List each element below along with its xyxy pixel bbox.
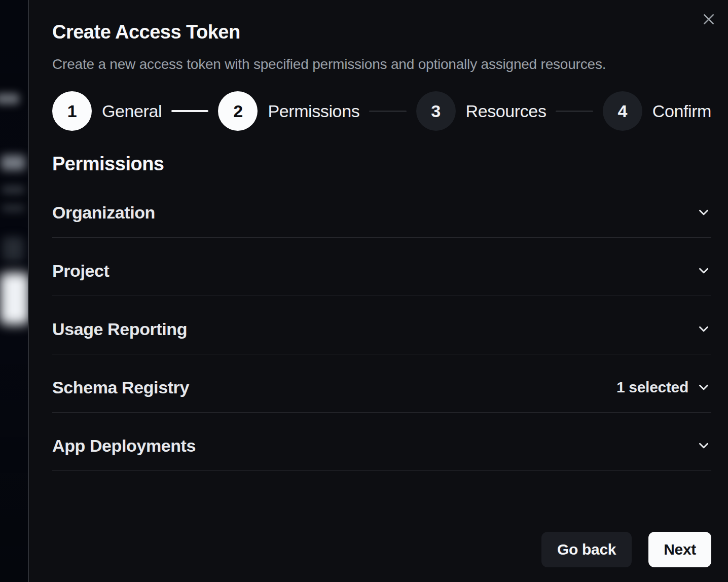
step-connector: [171, 110, 208, 112]
step-number: 1: [67, 101, 77, 121]
permission-group-usage-reporting[interactable]: Usage Reporting: [52, 296, 711, 354]
next-button[interactable]: Next: [648, 532, 711, 567]
chevron-down-icon: [696, 438, 711, 453]
modal-footer: Go back Next: [541, 532, 711, 567]
step-label: General: [102, 101, 162, 121]
permission-group-project[interactable]: Project: [52, 238, 711, 296]
step-general: 1 General: [52, 91, 162, 131]
modal-subtitle: Create a new access token with specified…: [52, 56, 711, 72]
step-label: Resources: [466, 101, 547, 121]
permission-group-controls: [696, 263, 711, 278]
background-blur-artifact: [0, 93, 19, 104]
step-circle: 4: [603, 91, 642, 131]
step-permissions: 2 Permissions: [218, 91, 359, 131]
permission-group-organization[interactable]: Organization: [52, 179, 711, 238]
permission-group-app-deployments[interactable]: App Deployments: [52, 413, 711, 471]
step-circle: 1: [52, 91, 92, 131]
background-blur-artifact: [0, 273, 29, 324]
permission-group-label: App Deployments: [52, 435, 196, 456]
background-blur-artifact: [1, 155, 25, 170]
section-heading: Permissions: [52, 154, 711, 174]
background-blur-artifact: [3, 237, 24, 261]
step-number: 3: [431, 101, 441, 121]
chevron-down-icon: [696, 380, 711, 395]
permission-group-label: Project: [52, 260, 109, 281]
permission-group-controls: 1 selected: [616, 379, 711, 396]
wizard-stepper: 1 General 2 Permissions 3 Resources 4 Co…: [52, 91, 711, 131]
step-connector: [556, 111, 593, 112]
step-circle: 2: [218, 91, 258, 131]
step-circle: 3: [416, 91, 456, 131]
chevron-down-icon: [696, 263, 711, 278]
create-access-token-modal: Create Access Token Create a new access …: [28, 0, 728, 582]
background-page: [0, 0, 29, 582]
x-icon: [701, 12, 716, 27]
permission-group-controls: [696, 438, 711, 453]
close-button[interactable]: [697, 7, 721, 31]
permission-group-schema-registry[interactable]: Schema Registry 1 selected: [52, 354, 711, 413]
modal-title: Create Access Token: [52, 22, 711, 42]
step-label: Confirm: [652, 101, 711, 121]
permission-group-label: Schema Registry: [52, 377, 189, 398]
background-blur-artifact: [2, 186, 24, 194]
step-label: Permissions: [268, 101, 359, 121]
chevron-down-icon: [696, 205, 711, 220]
permission-group-label: Usage Reporting: [52, 318, 187, 340]
chevron-down-icon: [696, 321, 711, 337]
step-resources: 3 Resources: [416, 91, 547, 131]
permission-group-controls: [696, 205, 711, 220]
step-number: 2: [233, 101, 243, 121]
step-confirm: 4 Confirm: [603, 91, 711, 131]
screen: Create Access Token Create a new access …: [0, 0, 728, 582]
step-connector: [369, 111, 406, 112]
step-number: 4: [617, 101, 627, 121]
permission-group-label: Organization: [52, 202, 155, 223]
permission-groups-list: Organization Project Usage Reporting: [52, 179, 711, 471]
go-back-button[interactable]: Go back: [541, 532, 632, 567]
background-blur-artifact: [2, 205, 24, 212]
permission-group-controls: [696, 321, 711, 337]
selected-count-badge: 1 selected: [616, 379, 688, 396]
